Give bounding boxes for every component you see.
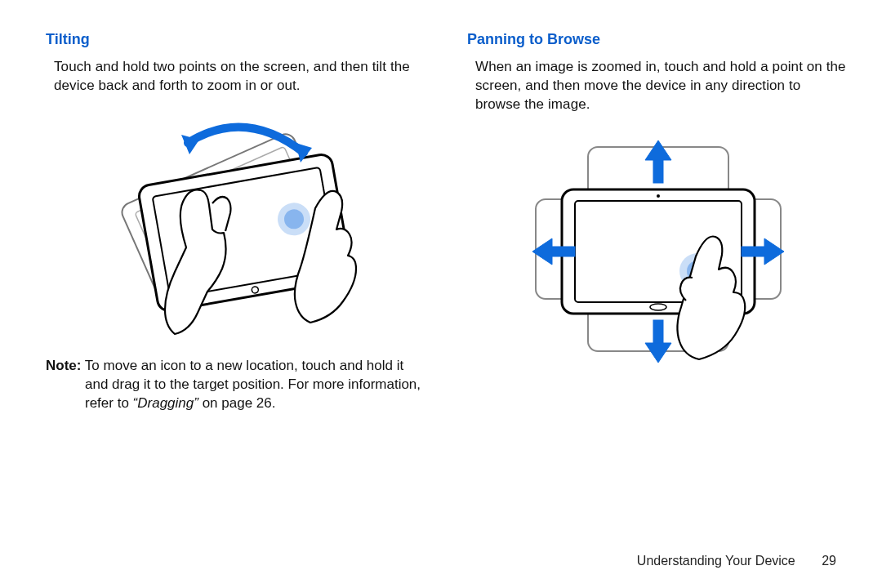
heading-panning: Panning to Browse bbox=[467, 31, 849, 48]
left-column: Tilting Touch and hold two points on the… bbox=[46, 31, 428, 413]
tilting-illustration-icon bbox=[90, 110, 384, 339]
footer-chapter: Understanding Your Device bbox=[637, 554, 795, 568]
footer-page-number: 29 bbox=[822, 554, 836, 568]
right-column: Panning to Browse When an image is zoome… bbox=[467, 31, 849, 413]
panning-illustration-icon bbox=[503, 129, 813, 390]
manual-page: Tilting Touch and hold two points on the… bbox=[0, 0, 882, 588]
tilting-figure bbox=[46, 110, 428, 339]
note-text-2: on page 26. bbox=[198, 395, 276, 411]
page-footer: Understanding Your Device 29 bbox=[637, 554, 836, 568]
panning-figure bbox=[467, 129, 849, 390]
tilting-note: Note: To move an icon to a new location,… bbox=[46, 357, 428, 413]
tilting-description: Touch and hold two points on the screen,… bbox=[46, 58, 428, 96]
note-label: Note: bbox=[46, 358, 81, 373]
svg-marker-22 bbox=[645, 343, 671, 363]
panning-description: When an image is zoomed in, touch and ho… bbox=[467, 58, 849, 114]
two-column-layout: Tilting Touch and hold two points on the… bbox=[46, 31, 849, 413]
heading-tilting: Tilting bbox=[46, 31, 428, 48]
note-crossref: “Dragging” bbox=[133, 395, 198, 411]
svg-point-16 bbox=[657, 194, 660, 198]
